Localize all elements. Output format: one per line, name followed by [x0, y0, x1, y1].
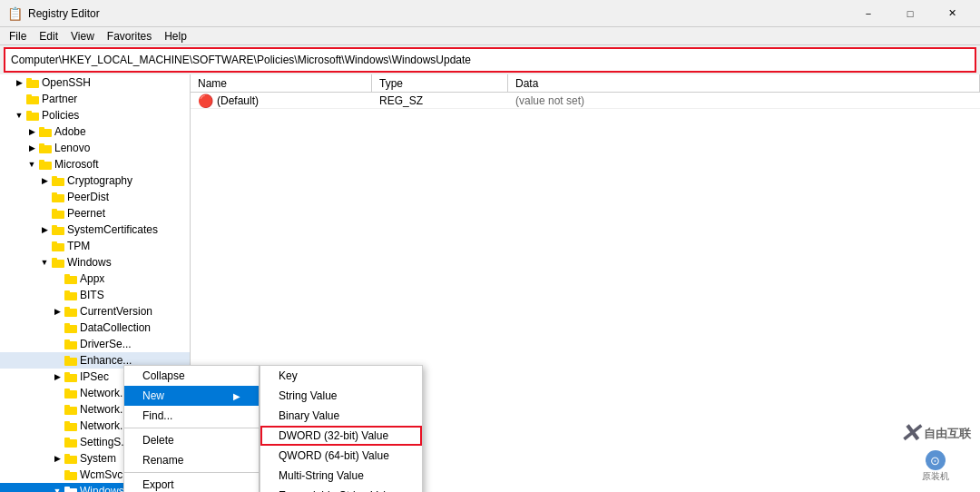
- menu-file[interactable]: File: [4, 28, 32, 44]
- tree-item-peerdist[interactable]: PeerDist: [0, 189, 190, 205]
- tree-item-microsoft[interactable]: ▼ Microsoft: [0, 156, 190, 172]
- address-path: Computer\HKEY_LOCAL_MACHINE\SOFTWARE\Pol…: [11, 54, 471, 66]
- folder-icon-bits: [64, 289, 78, 301]
- folder-icon-settings: [64, 436, 78, 448]
- tree-item-systemcerts[interactable]: ▶ SystemCertificates: [0, 221, 190, 238]
- submenu[interactable]: Key String Value Binary Value DWORD (32-…: [260, 365, 423, 492]
- expand-arrow-currentversion: ▶: [51, 305, 64, 318]
- maximize-button[interactable]: □: [889, 0, 931, 27]
- svg-rect-28: [64, 309, 77, 317]
- submenu-item-dword-value[interactable]: DWORD (32-bit) Value: [260, 426, 422, 446]
- expand-arrow-windowsupdate: ▼: [51, 485, 64, 492]
- svg-rect-13: [52, 176, 57, 179]
- tree-label-microsoft: Microsoft: [54, 158, 99, 171]
- svg-rect-20: [52, 243, 64, 251]
- tree-label-peerdist: PeerDist: [67, 191, 109, 203]
- submenu-item-string-value[interactable]: String Value: [260, 386, 422, 406]
- expand-arrow-policies: ▼: [13, 109, 25, 122]
- folder-icon-adobe: [38, 125, 53, 138]
- folder-icon-peernet: [51, 207, 65, 220]
- tree-item-lenovo[interactable]: ▶ Lenovo: [0, 140, 190, 156]
- submenu-item-expandable-string-value[interactable]: Expandable String Value: [260, 486, 422, 492]
- tree-item-adobe[interactable]: ▶ Adobe: [0, 123, 190, 140]
- svg-rect-16: [52, 211, 64, 219]
- ctx-item-collapse[interactable]: Collapse: [124, 366, 259, 386]
- folder-icon-ipsec: [64, 370, 78, 383]
- ctx-item-find[interactable]: Find...: [124, 406, 259, 426]
- svg-rect-25: [64, 274, 70, 277]
- details-row-default[interactable]: 🔴 (Default) REG_SZ (value not set): [191, 93, 980, 109]
- tree-label-tpm: TPM: [67, 240, 90, 252]
- folder-icon-systemcerts: [51, 223, 65, 236]
- tree-label-policies: Policies: [42, 109, 79, 122]
- expand-arrow-system: ▶: [51, 452, 64, 465]
- svg-rect-2: [26, 96, 39, 104]
- tree-item-bits[interactable]: BITS: [0, 287, 190, 303]
- tree-label-systemcerts: SystemCertificates: [67, 223, 158, 236]
- default-value-icon: 🔴: [198, 93, 213, 108]
- tree-label-bits: BITS: [80, 289, 104, 301]
- tree-item-tpm[interactable]: TPM: [0, 238, 190, 254]
- minimize-button[interactable]: −: [848, 0, 889, 27]
- tree-item-windows[interactable]: ▼ Windows: [0, 254, 190, 271]
- col-header-data[interactable]: Data: [508, 74, 980, 92]
- folder-icon-lenovo: [38, 142, 53, 154]
- svg-rect-19: [52, 225, 57, 228]
- tree-label-cryptography: Cryptography: [67, 174, 132, 187]
- tree-item-datacollection[interactable]: DataCollection: [0, 320, 190, 336]
- svg-rect-40: [64, 407, 77, 415]
- folder-icon-network2: [64, 403, 78, 416]
- svg-rect-5: [26, 111, 32, 113]
- col-header-name[interactable]: Name: [191, 74, 372, 92]
- menu-edit[interactable]: Edit: [34, 28, 64, 44]
- svg-rect-10: [39, 162, 52, 170]
- folder-icon-datacollection: [64, 321, 78, 334]
- ctx-item-rename[interactable]: Rename: [124, 450, 259, 470]
- tree-label-lenovo: Lenovo: [54, 142, 90, 154]
- tree-item-policies[interactable]: ▼ Policies: [0, 107, 190, 123]
- svg-rect-33: [64, 339, 70, 342]
- svg-rect-17: [52, 209, 57, 212]
- ctx-separator-2: [124, 472, 259, 473]
- details-cell-name-default: 🔴 (Default): [191, 93, 372, 108]
- ctx-item-export[interactable]: Export: [124, 475, 259, 492]
- col-header-type[interactable]: Type: [372, 74, 508, 92]
- submenu-item-binary-value[interactable]: Binary Value: [260, 406, 422, 426]
- ctx-item-new[interactable]: New ▶: [124, 386, 259, 406]
- svg-rect-31: [64, 323, 70, 326]
- tree-item-partner[interactable]: Partner: [0, 91, 190, 107]
- tree-item-openssh[interactable]: ▶ OpenSSH: [0, 74, 190, 91]
- tree-item-peernet[interactable]: Peernet: [0, 205, 190, 221]
- expand-arrow-lenovo: ▶: [25, 142, 38, 154]
- submenu-item-qword-value[interactable]: QWORD (64-bit) Value: [260, 446, 422, 466]
- tree-item-driverse[interactable]: DriverSe...: [0, 336, 190, 352]
- folder-icon-wcmsvc: [64, 468, 78, 481]
- svg-rect-1: [26, 78, 32, 81]
- menu-favorites[interactable]: Favorites: [102, 28, 157, 44]
- expand-arrow-windows: ▼: [38, 256, 51, 269]
- folder-icon-openssh: [25, 76, 40, 89]
- folder-icon-cryptography: [51, 174, 65, 187]
- svg-rect-23: [52, 258, 57, 261]
- context-menu[interactable]: Collapse New ▶ Find... Delete Rename Exp…: [123, 365, 260, 492]
- tree-label-network3: Network...: [80, 419, 129, 432]
- tree-item-cryptography[interactable]: ▶ Cryptography: [0, 172, 190, 189]
- folder-icon-policies: [25, 109, 40, 122]
- ctx-item-delete[interactable]: Delete: [124, 430, 259, 450]
- tree-item-currentversion[interactable]: ▶ CurrentVersion: [0, 303, 190, 320]
- submenu-item-multi-string-value[interactable]: Multi-String Value: [260, 466, 422, 486]
- submenu-item-key[interactable]: Key: [260, 366, 422, 386]
- folder-icon-windowsupdate: [64, 485, 78, 492]
- svg-rect-35: [64, 356, 70, 359]
- tree-label-windows: Windows: [67, 256, 112, 269]
- menu-help[interactable]: Help: [159, 28, 192, 44]
- folder-icon-driverse: [64, 338, 78, 350]
- folder-icon-windows: [51, 256, 65, 269]
- menu-view[interactable]: View: [65, 28, 100, 44]
- tree-label-network1: Network...: [80, 387, 129, 399]
- svg-rect-12: [52, 178, 64, 186]
- tree-item-appx[interactable]: Appx: [0, 271, 190, 287]
- folder-icon-system: [64, 452, 78, 465]
- close-button[interactable]: ✕: [931, 0, 973, 27]
- expand-arrow-openssh: ▶: [13, 76, 25, 89]
